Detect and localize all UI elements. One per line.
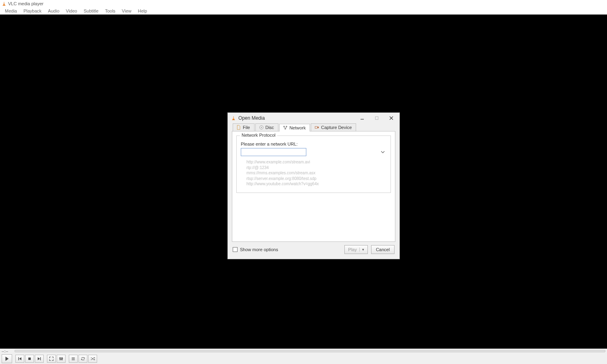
chevron-down-icon — [381, 150, 385, 154]
vlc-cone-icon — [231, 116, 236, 121]
tab-network-label: Network — [289, 125, 306, 130]
vlc-window: VLC media player Media Playback Audio Vi… — [0, 0, 607, 364]
url-label: Please enter a network URL: — [241, 142, 386, 146]
svg-rect-14 — [284, 126, 285, 127]
dialog-cancel-button[interactable]: Cancel — [371, 245, 395, 254]
app-title: VLC media player — [8, 1, 43, 6]
playlist-button[interactable] — [69, 355, 78, 363]
svg-rect-7 — [232, 120, 235, 120]
tab-disc[interactable]: Disc — [255, 123, 278, 131]
dialog-window-buttons — [357, 114, 396, 122]
title-bar: VLC media player — [0, 0, 607, 7]
menu-help[interactable]: Help — [135, 8, 151, 14]
svg-rect-8 — [361, 119, 364, 120]
seek-slider[interactable] — [15, 350, 605, 352]
vlc-cone-icon — [2, 1, 6, 6]
dialog-title: Open Media — [238, 115, 355, 121]
svg-rect-1 — [4, 3, 5, 3]
menu-media[interactable]: Media — [2, 8, 20, 14]
dialog-maximize-button — [372, 114, 382, 122]
extended-settings-button[interactable] — [57, 355, 66, 363]
show-more-options-label: Show more options — [240, 247, 278, 252]
svg-rect-9 — [376, 117, 378, 120]
dialog-play-button-label: Play — [348, 247, 357, 252]
dialog-footer: Show more options Play ▾ Cancel — [228, 245, 399, 259]
svg-marker-34 — [94, 359, 95, 360]
open-media-dialog: Open Media File — [227, 112, 400, 259]
svg-marker-33 — [94, 357, 95, 358]
dialog-play-button[interactable]: Play ▾ — [344, 245, 368, 254]
capture-icon — [314, 125, 319, 130]
svg-rect-21 — [28, 358, 31, 360]
stop-button[interactable] — [25, 355, 34, 363]
svg-rect-16 — [285, 129, 286, 129]
dialog-minimize-button[interactable] — [357, 114, 367, 122]
svg-rect-5 — [233, 117, 234, 118]
tab-capture[interactable]: Capture Device — [311, 123, 356, 131]
svg-rect-6 — [233, 119, 234, 119]
svg-point-13 — [261, 127, 262, 128]
svg-rect-15 — [286, 126, 287, 127]
svg-rect-23 — [40, 357, 41, 360]
menu-playback[interactable]: Playback — [20, 8, 45, 14]
svg-rect-24 — [59, 357, 60, 360]
tab-network[interactable]: Network — [279, 124, 310, 131]
dialog-tabs: File Disc Network Capture Device — [228, 123, 399, 131]
svg-marker-22 — [38, 357, 40, 360]
chevron-down-icon: ▾ — [359, 248, 364, 252]
seek-bar-area: --:-- — [0, 349, 607, 353]
show-more-options-row[interactable]: Show more options — [233, 247, 341, 252]
dialog-cancel-button-label: Cancel — [376, 247, 390, 252]
network-url-input[interactable] — [241, 148, 306, 156]
time-elapsed: --:-- — [2, 349, 13, 353]
menu-video[interactable]: Video — [63, 8, 81, 14]
fullscreen-button[interactable] — [47, 355, 56, 363]
svg-marker-18 — [6, 357, 9, 361]
dialog-body: Network Protocol Please enter a network … — [232, 131, 395, 242]
menu-tools[interactable]: Tools — [102, 8, 119, 14]
show-more-options-checkbox[interactable] — [233, 247, 238, 252]
video-area: Open Media File — [0, 15, 607, 349]
file-icon — [236, 125, 241, 130]
svg-rect-25 — [61, 357, 62, 360]
svg-marker-0 — [3, 2, 5, 5]
tab-file-label: File — [243, 125, 250, 130]
menu-view[interactable]: View — [119, 8, 135, 14]
controls-bar — [0, 353, 607, 364]
svg-rect-31 — [72, 359, 75, 359]
previous-button[interactable] — [15, 355, 24, 363]
svg-rect-29 — [62, 358, 63, 359]
next-button[interactable] — [35, 355, 44, 363]
svg-rect-3 — [3, 5, 6, 6]
url-examples: http://www.example.com/stream.avi rtp://… — [246, 159, 386, 187]
svg-rect-32 — [72, 360, 75, 360]
tab-file[interactable]: File — [233, 123, 255, 131]
tab-disc-label: Disc — [265, 125, 274, 130]
play-button[interactable] — [2, 354, 12, 363]
svg-rect-30 — [72, 358, 75, 358]
menu-bar: Media Playback Audio Video Subtitle Tool… — [0, 7, 607, 15]
svg-marker-4 — [233, 116, 235, 120]
dialog-close-button[interactable] — [386, 114, 396, 122]
disc-icon — [259, 125, 264, 130]
dialog-title-bar[interactable]: Open Media — [228, 113, 399, 123]
shuffle-button[interactable] — [88, 355, 97, 363]
svg-rect-2 — [3, 4, 5, 4]
svg-marker-20 — [19, 357, 21, 360]
svg-rect-17 — [315, 127, 318, 129]
svg-rect-19 — [18, 357, 19, 360]
menu-audio[interactable]: Audio — [45, 8, 63, 14]
network-protocol-group: Network Protocol Please enter a network … — [236, 135, 391, 193]
network-protocol-legend: Network Protocol — [240, 133, 277, 138]
svg-rect-27 — [59, 358, 61, 359]
tab-capture-label: Capture Device — [321, 125, 352, 130]
network-icon — [283, 125, 288, 130]
loop-button[interactable] — [79, 355, 87, 363]
svg-rect-28 — [61, 359, 62, 360]
menu-subtitle[interactable]: Subtitle — [81, 8, 102, 14]
